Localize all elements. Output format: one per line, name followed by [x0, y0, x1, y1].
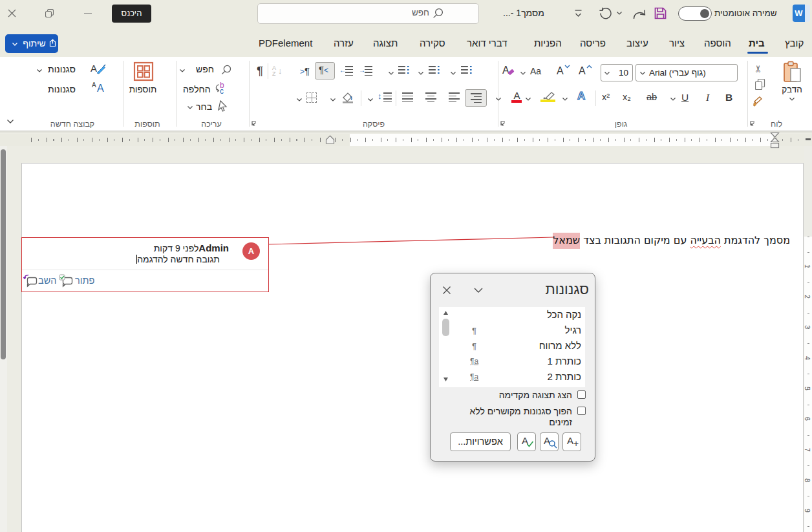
strikethrough-button[interactable]: ab	[646, 92, 657, 102]
tab-view[interactable]: תצוגה	[373, 37, 398, 48]
share-button[interactable]: שיתוף	[5, 34, 58, 53]
tab-review[interactable]: סקירה	[420, 37, 445, 48]
line-spacing-chevron-icon[interactable]	[367, 98, 374, 102]
grow-font-icon[interactable]: A	[579, 65, 586, 77]
text-effects-chevron-icon[interactable]	[562, 97, 568, 101]
select-label[interactable]: בחר	[196, 101, 212, 112]
comment-card[interactable]: A Adminלפני 9 דקות תגובה חדשה להדגמה השב…	[21, 237, 269, 292]
format-painter-icon[interactable]	[753, 96, 765, 107]
clipboard-dialog-launcher-icon[interactable]	[749, 120, 756, 127]
line-spacing-icon[interactable]: ↕	[378, 92, 392, 102]
font-color-chevron-icon[interactable]	[495, 97, 502, 101]
align-right-button[interactable]	[465, 89, 487, 107]
paste-menu-chevron-icon[interactable]	[789, 97, 795, 101]
show-preview-checkbox[interactable]	[577, 390, 586, 399]
resolve-button[interactable]: פתור	[75, 275, 94, 286]
style-item-clear-all[interactable]: נקה הכל	[547, 309, 581, 320]
increase-indent-icon[interactable]: →	[360, 66, 372, 76]
tab-layout[interactable]: פריסה	[580, 37, 606, 48]
ruler-indent-marker[interactable]	[770, 132, 780, 149]
styles-gallery-label[interactable]: סגנונות	[48, 64, 76, 74]
paste-label[interactable]: הדבק	[776, 85, 808, 94]
find-chevron-icon[interactable]	[179, 69, 186, 73]
tab-design[interactable]: עיצוב	[626, 37, 648, 48]
borders-chevron-icon[interactable]	[296, 98, 303, 102]
highlight-color-icon[interactable]	[540, 91, 556, 103]
font-color-icon[interactable]: A	[511, 90, 522, 103]
shrink-font-icon[interactable]: A	[557, 65, 564, 77]
styles-scrollbar-thumb[interactable]	[442, 319, 449, 336]
cut-icon[interactable]: ✂	[753, 65, 764, 73]
autosave-toggle-knob[interactable]	[700, 9, 709, 18]
reply-icon[interactable]	[23, 274, 37, 288]
decrease-indent-icon[interactable]: ←	[341, 66, 353, 76]
copy-icon[interactable]	[755, 79, 765, 90]
superscript-button[interactable]: x²	[602, 92, 610, 102]
bullet-list-icon[interactable]	[461, 66, 472, 76]
change-case-chevron-icon[interactable]	[520, 71, 526, 76]
search-input[interactable]	[257, 3, 479, 24]
addins-label[interactable]: תוספות	[126, 85, 160, 94]
resolve-icon[interactable]	[59, 274, 73, 288]
bold-button[interactable]: B	[725, 92, 732, 103]
bullet-list-chevron-icon[interactable]	[450, 71, 456, 76]
italic-button[interactable]: I	[706, 92, 709, 103]
select-chevron-icon[interactable]	[187, 105, 193, 110]
document-page[interactable]	[21, 163, 804, 532]
tab-mailings[interactable]: דברי דואר	[467, 37, 508, 48]
find-label[interactable]: חפש	[196, 64, 214, 74]
restore-window-icon[interactable]	[45, 9, 54, 17]
styles-options-button[interactable]: אפשרויות...	[450, 432, 511, 451]
shading-chevron-icon[interactable]	[330, 98, 336, 102]
style-item-heading2[interactable]: כותרת 2	[547, 371, 581, 382]
document-scrollbar-thumb[interactable]	[1, 149, 6, 359]
tab-file[interactable]: קובץ	[785, 37, 804, 48]
close-window-icon[interactable]	[8, 9, 16, 17]
qat-customize-icon[interactable]	[574, 8, 582, 19]
highlight-chevron-icon[interactable]	[525, 97, 531, 101]
styles-gallery-chevron-icon[interactable]	[36, 69, 43, 73]
disable-linked-checkbox[interactable]	[577, 407, 586, 415]
paragraph-dialog-launcher-icon[interactable]	[250, 120, 257, 127]
style-item-no-spacing[interactable]: ללא מרווח	[539, 340, 581, 351]
manage-styles-button[interactable]: A	[517, 432, 536, 451]
minimize-window-icon[interactable]	[84, 13, 92, 14]
font-name-chevron-icon[interactable]	[639, 71, 646, 76]
text-effects-icon[interactable]: A	[577, 90, 585, 103]
borders-icon[interactable]	[306, 92, 317, 103]
ruler-margin-marker[interactable]	[325, 135, 335, 144]
document-text-line[interactable]: מסמך להדגמת הבעייה עם מיקום התגובות בצד …	[550, 234, 790, 251]
font-dialog-launcher-icon[interactable]	[499, 120, 506, 127]
underline-chevron-icon[interactable]	[670, 97, 676, 101]
styles-panel-menu-chevron-icon[interactable]	[473, 287, 484, 293]
rtl-direction-button[interactable]: ¶<	[315, 62, 335, 80]
clear-formatting-icon[interactable]: A	[502, 65, 509, 76]
multilevel-list-icon[interactable]	[398, 66, 409, 76]
replace-label[interactable]: החלפה	[183, 84, 211, 94]
numbered-list-icon[interactable]	[429, 66, 440, 76]
styles-scrollbar-up-icon[interactable]	[443, 310, 449, 315]
tab-help[interactable]: עזרה	[334, 37, 354, 48]
undo-icon[interactable]	[599, 7, 612, 20]
styles-scrollbar-down-icon[interactable]	[443, 377, 449, 382]
new-style-button[interactable]: A+	[562, 432, 581, 451]
styles-list[interactable]: נקה הכל רגיל ¶ ללא מרווח ¶ כותרת 1 ¶a כו…	[439, 307, 585, 387]
font-size-chevron-icon[interactable]	[604, 71, 610, 76]
tab-insert[interactable]: הוספה	[704, 37, 731, 48]
tab-home[interactable]: בית	[749, 37, 765, 48]
style-item-heading1[interactable]: כותרת 1	[547, 356, 581, 367]
numbered-list-chevron-icon[interactable]	[418, 71, 424, 76]
redo-icon[interactable]	[632, 7, 647, 20]
underline-button[interactable]: U	[681, 92, 689, 103]
sort-icon[interactable]: AZ↓	[272, 65, 286, 78]
style-item-normal[interactable]: רגיל	[565, 325, 581, 335]
change-case-icon[interactable]: Aa	[530, 66, 541, 76]
addins-icon[interactable]	[133, 61, 154, 81]
shading-icon[interactable]	[341, 91, 355, 103]
align-left-icon[interactable]	[449, 92, 460, 102]
ltr-direction-icon[interactable]: >¶	[300, 65, 310, 76]
tab-draw[interactable]: ציור	[669, 37, 685, 48]
save-icon[interactable]	[654, 6, 667, 20]
undo-menu-chevron-icon[interactable]	[616, 11, 623, 16]
align-justify-icon[interactable]	[402, 92, 413, 102]
